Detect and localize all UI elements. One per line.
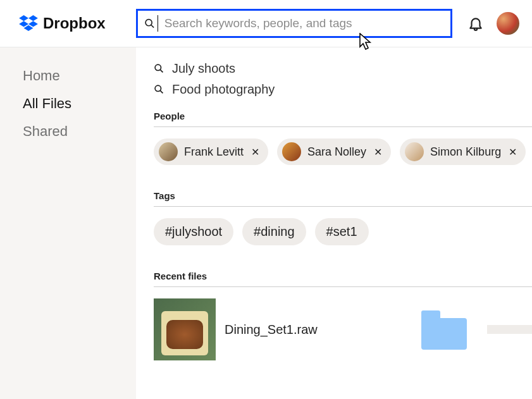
svg-point-0 (145, 20, 152, 26)
svg-point-4 (155, 85, 161, 91)
placeholder-bar (487, 325, 532, 334)
sidebar-item-shared[interactable]: Shared (23, 123, 136, 140)
person-chip[interactable]: Frank Levitt ✕ (154, 138, 268, 165)
divider (154, 286, 532, 287)
close-icon[interactable]: ✕ (374, 146, 382, 158)
svg-point-2 (155, 64, 161, 70)
sidebar: Home All Files Shared (0, 47, 136, 399)
brand-name: Dropbox (43, 15, 106, 32)
avatar (282, 142, 301, 161)
suggestion-item[interactable]: Food photography (154, 82, 532, 97)
svg-line-1 (151, 25, 154, 28)
recent-section-title: Recent files (154, 271, 532, 281)
dropbox-logo[interactable]: Dropbox (19, 15, 136, 32)
person-chip[interactable]: Sara Nolley ✕ (277, 138, 391, 165)
bell-icon[interactable] (467, 15, 484, 32)
header-actions (467, 12, 519, 35)
svg-line-5 (160, 90, 163, 93)
sidebar-item-all-files[interactable]: All Files (23, 95, 136, 112)
dropbox-icon (19, 15, 38, 32)
divider (154, 206, 532, 207)
close-icon[interactable]: ✕ (509, 146, 517, 158)
tags-section-title: Tags (154, 190, 532, 201)
tag-chips: #julyshoot #dining #set1 (154, 218, 532, 245)
search-icon (154, 63, 164, 74)
search-bar[interactable] (136, 9, 452, 38)
recent-files: Dining_Set1.raw (154, 298, 532, 360)
avatar (159, 142, 178, 161)
people-chips: Frank Levitt ✕ Sara Nolley ✕ Simon Kilbu… (154, 138, 532, 165)
people-section-title: People (154, 111, 532, 121)
sidebar-item-home[interactable]: Home (23, 68, 136, 84)
search-suggestions: July shoots Food photography (154, 61, 532, 97)
suggestion-label: Food photography (172, 82, 275, 97)
person-name: Sara Nolley (307, 145, 366, 159)
folder-icon[interactable] (421, 310, 467, 348)
divider (154, 126, 532, 127)
avatar (405, 142, 424, 161)
suggestion-label: July shoots (172, 61, 235, 76)
close-icon[interactable]: ✕ (251, 146, 259, 158)
file-thumbnail[interactable] (154, 298, 216, 360)
person-chip[interactable]: Simon Kilburg ✕ (400, 138, 526, 165)
account-avatar[interactable] (497, 12, 519, 35)
person-name: Frank Levitt (184, 145, 244, 159)
search-icon (154, 84, 164, 95)
tag-chip[interactable]: #set1 (315, 218, 369, 245)
search-icon (144, 18, 155, 29)
svg-line-3 (160, 70, 163, 72)
suggestion-item[interactable]: July shoots (154, 61, 532, 76)
person-name: Simon Kilburg (430, 145, 501, 159)
tag-chip[interactable]: #julyshoot (154, 218, 233, 245)
file-name[interactable]: Dining_Set1.raw (225, 322, 318, 337)
search-input[interactable] (164, 16, 444, 30)
tag-chip[interactable]: #dining (242, 218, 306, 245)
text-cursor (158, 15, 158, 32)
app-header: Dropbox (0, 0, 532, 47)
main-panel: July shoots Food photography People Fran… (136, 47, 532, 399)
